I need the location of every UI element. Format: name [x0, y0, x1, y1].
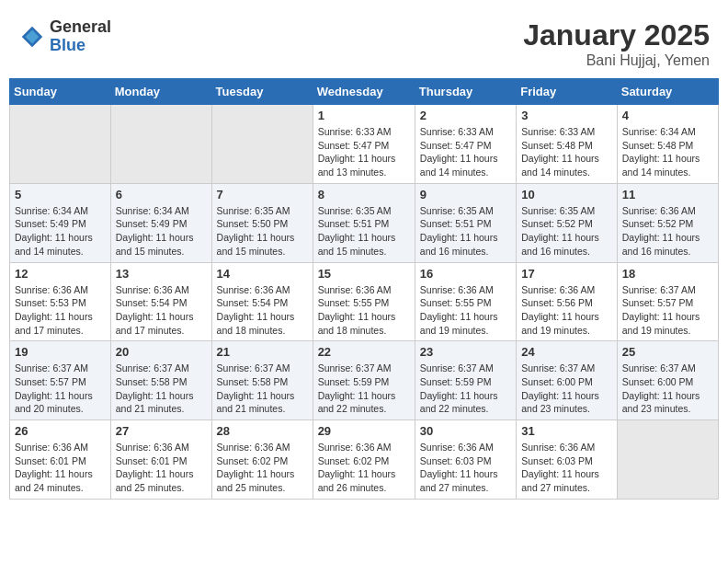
- calendar-table: SundayMondayTuesdayWednesdayThursdayFrid…: [9, 78, 719, 500]
- cell-info: Sunrise: 6:35 AMSunset: 5:51 PMDaylight:…: [318, 204, 410, 259]
- cell-info: Sunrise: 6:36 AMSunset: 6:03 PMDaylight:…: [420, 441, 511, 495]
- calendar-cell: 20Sunrise: 6:37 AMSunset: 5:58 PMDayligh…: [110, 341, 211, 420]
- calendar-cell: 6Sunrise: 6:34 AMSunset: 5:49 PMDaylight…: [110, 183, 211, 262]
- cell-info: Sunrise: 6:36 AMSunset: 6:01 PMDaylight:…: [116, 441, 207, 495]
- cell-info: Sunrise: 6:35 AMSunset: 5:52 PMDaylight:…: [521, 204, 612, 259]
- day-number: 21: [217, 345, 308, 359]
- day-number: 30: [420, 424, 511, 438]
- calendar-week-row: 19Sunrise: 6:37 AMSunset: 5:57 PMDayligh…: [10, 341, 719, 420]
- day-number: 11: [622, 188, 713, 201]
- calendar-cell: 16Sunrise: 6:36 AMSunset: 5:55 PMDayligh…: [415, 262, 516, 341]
- day-number: 29: [318, 424, 410, 438]
- calendar-cell: 7Sunrise: 6:35 AMSunset: 5:50 PMDaylight…: [211, 183, 313, 262]
- day-number: 7: [217, 188, 308, 201]
- cell-info: Sunrise: 6:36 AMSunset: 5:54 PMDaylight:…: [116, 283, 207, 338]
- calendar-cell: 22Sunrise: 6:37 AMSunset: 5:59 PMDayligh…: [313, 341, 415, 420]
- cell-info: Sunrise: 6:37 AMSunset: 5:57 PMDaylight:…: [15, 362, 106, 416]
- logo: General Blue: [18, 18, 111, 55]
- day-number: 5: [15, 188, 106, 201]
- logo-general: General: [50, 17, 111, 36]
- day-number: 16: [420, 267, 511, 281]
- weekday-header-thursday: Thursday: [415, 79, 516, 105]
- day-number: 26: [15, 424, 106, 438]
- calendar-cell: [110, 105, 211, 184]
- logo-blue: Blue: [50, 36, 85, 54]
- cell-info: Sunrise: 6:33 AMSunset: 5:47 PMDaylight:…: [318, 125, 410, 179]
- calendar-cell: 31Sunrise: 6:36 AMSunset: 6:03 PMDayligh…: [517, 420, 618, 500]
- cell-info: Sunrise: 6:36 AMSunset: 5:56 PMDaylight:…: [521, 283, 612, 338]
- cell-info: Sunrise: 6:37 AMSunset: 5:57 PMDaylight:…: [622, 283, 713, 338]
- calendar-cell: 24Sunrise: 6:37 AMSunset: 6:00 PMDayligh…: [517, 341, 618, 420]
- cell-info: Sunrise: 6:36 AMSunset: 6:02 PMDaylight:…: [217, 441, 308, 495]
- calendar-cell: 15Sunrise: 6:36 AMSunset: 5:55 PMDayligh…: [313, 262, 415, 341]
- weekday-header-wednesday: Wednesday: [313, 79, 415, 105]
- calendar-week-row: 5Sunrise: 6:34 AMSunset: 5:49 PMDaylight…: [10, 183, 719, 262]
- day-number: 10: [521, 188, 612, 201]
- cell-info: Sunrise: 6:36 AMSunset: 6:02 PMDaylight:…: [318, 441, 410, 495]
- weekday-header-row: SundayMondayTuesdayWednesdayThursdayFrid…: [10, 79, 719, 105]
- cell-info: Sunrise: 6:36 AMSunset: 5:55 PMDaylight:…: [318, 283, 410, 338]
- calendar-cell: 4Sunrise: 6:34 AMSunset: 5:48 PMDaylight…: [617, 105, 718, 184]
- day-number: 2: [420, 109, 511, 122]
- calendar-week-row: 26Sunrise: 6:36 AMSunset: 6:01 PMDayligh…: [10, 420, 719, 500]
- cell-info: Sunrise: 6:37 AMSunset: 5:59 PMDaylight:…: [420, 362, 511, 416]
- calendar-week-row: 1Sunrise: 6:33 AMSunset: 5:47 PMDaylight…: [10, 105, 719, 184]
- weekday-header-monday: Monday: [110, 79, 211, 105]
- day-number: 1: [318, 109, 410, 122]
- cell-info: Sunrise: 6:37 AMSunset: 6:00 PMDaylight:…: [521, 362, 612, 416]
- calendar-cell: 1Sunrise: 6:33 AMSunset: 5:47 PMDaylight…: [313, 105, 415, 184]
- day-number: 22: [318, 345, 410, 359]
- title-block: January 2025 Bani Hujjaj, Yemen: [523, 18, 710, 69]
- day-number: 19: [15, 345, 106, 359]
- calendar-cell: 2Sunrise: 6:33 AMSunset: 5:47 PMDaylight…: [415, 105, 516, 184]
- calendar-cell: 28Sunrise: 6:36 AMSunset: 6:02 PMDayligh…: [211, 420, 313, 500]
- cell-info: Sunrise: 6:35 AMSunset: 5:50 PMDaylight:…: [217, 204, 308, 259]
- month-year-title: January 2025: [523, 18, 710, 52]
- calendar-cell: 11Sunrise: 6:36 AMSunset: 5:52 PMDayligh…: [617, 183, 718, 262]
- day-number: 14: [217, 267, 308, 281]
- calendar-cell: [10, 105, 111, 184]
- cell-info: Sunrise: 6:37 AMSunset: 5:58 PMDaylight:…: [116, 362, 207, 416]
- cell-info: Sunrise: 6:36 AMSunset: 5:55 PMDaylight:…: [420, 283, 511, 338]
- calendar-cell: 8Sunrise: 6:35 AMSunset: 5:51 PMDaylight…: [313, 183, 415, 262]
- calendar-cell: 12Sunrise: 6:36 AMSunset: 5:53 PMDayligh…: [10, 262, 111, 341]
- calendar-cell: [211, 105, 313, 184]
- calendar-cell: 29Sunrise: 6:36 AMSunset: 6:02 PMDayligh…: [313, 420, 415, 500]
- cell-info: Sunrise: 6:33 AMSunset: 5:47 PMDaylight:…: [420, 125, 511, 179]
- cell-info: Sunrise: 6:34 AMSunset: 5:49 PMDaylight:…: [15, 204, 106, 259]
- calendar-week-row: 12Sunrise: 6:36 AMSunset: 5:53 PMDayligh…: [10, 262, 719, 341]
- day-number: 13: [116, 267, 207, 281]
- cell-info: Sunrise: 6:36 AMSunset: 6:03 PMDaylight:…: [521, 441, 612, 495]
- calendar-cell: 26Sunrise: 6:36 AMSunset: 6:01 PMDayligh…: [10, 420, 111, 500]
- calendar-cell: 23Sunrise: 6:37 AMSunset: 5:59 PMDayligh…: [415, 341, 516, 420]
- cell-info: Sunrise: 6:36 AMSunset: 6:01 PMDaylight:…: [15, 441, 106, 495]
- calendar-cell: 19Sunrise: 6:37 AMSunset: 5:57 PMDayligh…: [10, 341, 111, 420]
- day-number: 18: [622, 267, 713, 281]
- calendar-cell: 30Sunrise: 6:36 AMSunset: 6:03 PMDayligh…: [415, 420, 516, 500]
- cell-info: Sunrise: 6:37 AMSunset: 6:00 PMDaylight:…: [622, 362, 713, 416]
- cell-info: Sunrise: 6:37 AMSunset: 5:59 PMDaylight:…: [318, 362, 410, 416]
- calendar-cell: 3Sunrise: 6:33 AMSunset: 5:48 PMDaylight…: [517, 105, 618, 184]
- cell-info: Sunrise: 6:36 AMSunset: 5:52 PMDaylight:…: [622, 204, 713, 259]
- day-number: 6: [116, 188, 207, 201]
- calendar-cell: 5Sunrise: 6:34 AMSunset: 5:49 PMDaylight…: [10, 183, 111, 262]
- calendar-cell: 25Sunrise: 6:37 AMSunset: 6:00 PMDayligh…: [617, 341, 718, 420]
- cell-info: Sunrise: 6:34 AMSunset: 5:49 PMDaylight:…: [116, 204, 207, 259]
- calendar-cell: 27Sunrise: 6:36 AMSunset: 6:01 PMDayligh…: [110, 420, 211, 500]
- calendar-cell: 18Sunrise: 6:37 AMSunset: 5:57 PMDayligh…: [617, 262, 718, 341]
- cell-info: Sunrise: 6:35 AMSunset: 5:51 PMDaylight:…: [420, 204, 511, 259]
- calendar-cell: 9Sunrise: 6:35 AMSunset: 5:51 PMDaylight…: [415, 183, 516, 262]
- logo-icon: [18, 23, 46, 51]
- weekday-header-friday: Friday: [517, 79, 618, 105]
- cell-info: Sunrise: 6:33 AMSunset: 5:48 PMDaylight:…: [521, 125, 612, 179]
- day-number: 31: [521, 424, 612, 438]
- cell-info: Sunrise: 6:36 AMSunset: 5:53 PMDaylight:…: [15, 283, 106, 338]
- day-number: 15: [318, 267, 410, 281]
- cell-info: Sunrise: 6:36 AMSunset: 5:54 PMDaylight:…: [217, 283, 308, 338]
- calendar-cell: 13Sunrise: 6:36 AMSunset: 5:54 PMDayligh…: [110, 262, 211, 341]
- day-number: 25: [622, 345, 713, 359]
- calendar-cell: 17Sunrise: 6:36 AMSunset: 5:56 PMDayligh…: [517, 262, 618, 341]
- calendar-cell: 14Sunrise: 6:36 AMSunset: 5:54 PMDayligh…: [211, 262, 313, 341]
- day-number: 17: [521, 267, 612, 281]
- day-number: 28: [217, 424, 308, 438]
